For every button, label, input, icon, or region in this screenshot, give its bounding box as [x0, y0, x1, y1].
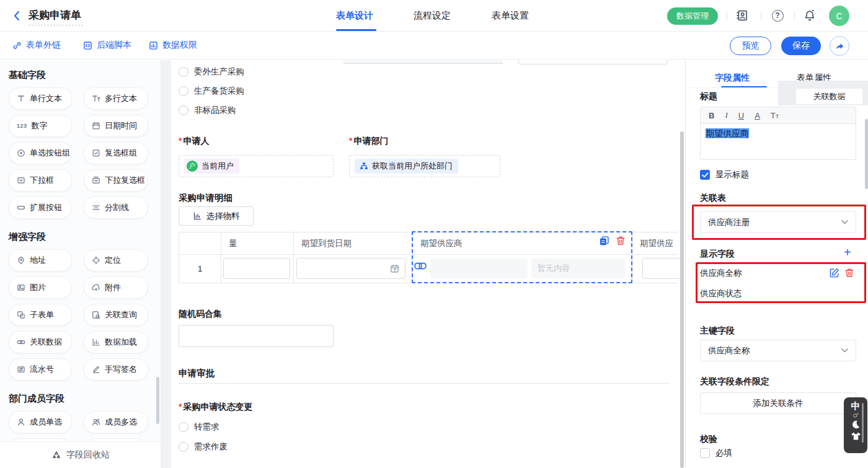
radio-icon[interactable]	[179, 86, 188, 96]
quantity-input[interactable]	[223, 258, 290, 279]
field-item-signature[interactable]: 手写签名	[84, 358, 148, 381]
field-item-datetime[interactable]: 日期时间	[84, 115, 148, 137]
random-code-input[interactable]	[179, 325, 334, 347]
required-checkbox[interactable]: 必填	[700, 448, 732, 459]
form-external-link[interactable]: 表单外链	[12, 40, 61, 51]
field-item-number[interactable]: 123 数字	[9, 115, 72, 137]
field-label: 下拉框	[30, 175, 54, 186]
tab-form-settings[interactable]: 表单设置	[492, 10, 529, 22]
delete-column-icon[interactable]	[616, 236, 626, 245]
dark-mode-moon-icon[interactable]	[851, 420, 861, 430]
tab-field-properties[interactable]: 字段属性	[715, 73, 750, 84]
tab-form-design[interactable]: 表单设计	[336, 10, 373, 22]
language-toggle-button[interactable]: 中	[851, 400, 861, 411]
font-color-button[interactable]: A	[755, 111, 760, 120]
current-user-chip[interactable]: 户 当前用户	[184, 159, 239, 174]
applicant-field[interactable]: 户 当前用户	[179, 155, 334, 177]
field-item-image[interactable]: 图片	[9, 276, 72, 299]
save-button[interactable]: 保存	[781, 37, 821, 55]
field-item-location[interactable]: 定位	[84, 249, 148, 272]
user-avatar[interactable]: C	[829, 6, 849, 26]
theme-shirt-icon[interactable]	[851, 431, 861, 441]
radio-icon[interactable]	[179, 67, 188, 77]
field-item-subform[interactable]: 子表单	[9, 304, 72, 326]
italic-button[interactable]: I	[725, 110, 727, 120]
display-field-item-fullname[interactable]: 供应商全称	[700, 268, 742, 279]
field-item-member-multi[interactable]: 成员多选	[84, 411, 148, 433]
share-button[interactable]	[830, 36, 849, 56]
checkbox-unchecked-icon[interactable]	[700, 448, 710, 458]
secondary-toolbar: 表单外链 后端脚本 数据权限 预览 保存	[0, 32, 868, 60]
field-item-member-single[interactable]: 成员单选	[9, 411, 72, 433]
field-item-multi-dropdown[interactable]: 下拉复选框	[84, 169, 148, 192]
underline-button[interactable]: U	[738, 111, 744, 120]
show-title-checkbox[interactable]: 显示标题	[700, 169, 749, 180]
chip-label: 当前用户	[202, 161, 234, 172]
required-asterisk: *	[349, 136, 352, 146]
radio-option-stock[interactable]: 生产备货采购	[179, 86, 244, 97]
field-item-relation-data[interactable]: 关联数据	[9, 331, 72, 353]
bold-button[interactable]: B	[709, 111, 714, 120]
delete-display-field-icon[interactable]	[844, 268, 854, 278]
copy-column-icon[interactable]	[599, 236, 609, 246]
field-recycle-bin[interactable]: 字段回收站	[0, 441, 161, 468]
add-display-field-icon[interactable]: +	[844, 246, 851, 258]
checkbox-checked-icon[interactable]	[700, 170, 710, 180]
sidebar-scrollbar-thumb[interactable]	[156, 377, 159, 424]
current-department-chip[interactable]: 获取当前用户所处部门	[355, 159, 458, 174]
radio-icon[interactable]	[179, 105, 188, 115]
add-relation-condition-button[interactable]: 添加关联条件	[700, 392, 856, 414]
column-header-expected-date[interactable]: 期望到货日期	[293, 232, 412, 254]
select-material-button[interactable]: 选择物料	[179, 206, 254, 226]
data-manage-button[interactable]: 数据管理	[667, 7, 718, 25]
field-item-relation-query[interactable]: 关联查询	[84, 304, 148, 326]
data-permission-link[interactable]: 数据权限	[149, 40, 197, 51]
field-item-radio-group[interactable]: 单选按钮组	[9, 142, 72, 164]
display-field-item-status[interactable]: 供应商状态	[700, 288, 742, 299]
radio-option-outsourced[interactable]: 委外生产采购	[179, 66, 244, 77]
field-item-checkbox-group[interactable]: 复选框组	[84, 142, 148, 164]
font-size-sub: T	[776, 113, 779, 120]
notification-bell-icon[interactable]	[803, 9, 817, 22]
field-item-multi-line-text[interactable]: 多行文本	[84, 87, 148, 110]
title-editor[interactable]: 期望供应商	[700, 124, 856, 160]
people-icon	[92, 418, 100, 426]
date-input[interactable]	[296, 258, 405, 279]
radio-option-demand-void[interactable]: 需求作废	[179, 441, 228, 453]
column-header-expected-supplier-2[interactable]: 期望供应	[632, 232, 678, 254]
edit-display-field-icon[interactable]	[830, 268, 839, 278]
backend-script-link[interactable]: 后端脚本	[83, 40, 131, 51]
header-divider	[794, 11, 795, 20]
column-header-index[interactable]	[179, 232, 221, 254]
browser-extension-widget[interactable]: 中	[844, 397, 867, 453]
field-item-data-load[interactable]: 数据加载	[84, 331, 148, 353]
department-field[interactable]: 获取当前用户所处部门	[349, 155, 500, 177]
org-chart-icon	[360, 162, 368, 170]
back-icon[interactable]	[12, 11, 22, 21]
field-item-extend-button[interactable]: 扩展按钮	[9, 196, 72, 219]
preview-button[interactable]: 预览	[730, 37, 771, 55]
field-item-dropdown[interactable]: 下拉框	[9, 169, 72, 192]
primary-key-select[interactable]: 供应商全称	[700, 340, 856, 361]
relation-table-select[interactable]: 供应商注册	[700, 211, 856, 233]
field-item-divider-line[interactable]: 分割线	[84, 196, 148, 219]
field-item-serial-number[interactable]: 流水号	[9, 358, 72, 381]
canvas-scrollbar-thumb[interactable]	[680, 131, 684, 468]
contact-book-icon[interactable]	[735, 9, 749, 22]
tab-flow-settings[interactable]: 流程设定	[414, 10, 451, 22]
panel-scrollbar-thumb[interactable]	[865, 119, 868, 189]
relation-condition-label: 关联字段条件限定	[700, 376, 769, 387]
help-icon[interactable]: ?	[771, 9, 784, 22]
supplier-2-input[interactable]	[642, 258, 681, 279]
font-size-button[interactable]: TT	[771, 111, 779, 120]
title-rename-underline[interactable]	[29, 25, 83, 25]
radio-option-nonstandard[interactable]: 非标品采购	[179, 105, 236, 116]
column-header-quantity[interactable]: 量	[221, 232, 293, 254]
field-item-attachment[interactable]: 附件	[84, 276, 148, 299]
radio-icon[interactable]	[179, 442, 188, 452]
field-item-address[interactable]: 地址	[9, 249, 72, 272]
radio-icon[interactable]	[179, 422, 188, 432]
clipped-input-bottom[interactable]	[518, 60, 668, 64]
radio-option-to-demand[interactable]: 转需求	[179, 422, 219, 433]
field-item-single-line-text[interactable]: 单行文本	[9, 87, 72, 110]
